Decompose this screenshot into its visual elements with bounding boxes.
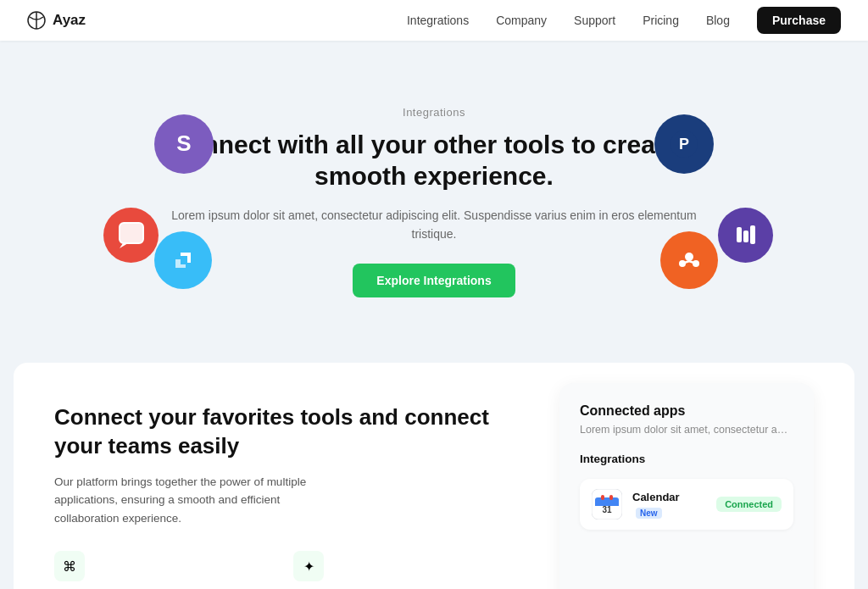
svg-rect-4 <box>120 223 143 243</box>
integrations-grid: S P <box>53 106 815 298</box>
connected-apps-panel: Connected apps Lorem ipsum dolor sit ame… <box>559 383 814 589</box>
integrations-eyebrow: Integrations <box>154 106 714 119</box>
svg-text:31: 31 <box>602 505 612 514</box>
feature-unified: ⌘ Unified and secure Discover the best o… <box>54 551 280 589</box>
bottom-title: Connect your favorites tools and connect… <box>54 403 519 461</box>
purchase-button[interactable]: Purchase <box>757 7 841 34</box>
calendar-app-item[interactable]: 31 Calendar New Connected <box>580 479 793 530</box>
bottom-left-content: Connect your favorites tools and connect… <box>54 403 519 589</box>
nav-company[interactable]: Company <box>496 14 547 27</box>
calendar-connected-badge: Connected <box>716 497 782 512</box>
logo-icon <box>27 11 46 30</box>
svg-rect-6 <box>737 227 742 242</box>
svg-text:P: P <box>679 136 689 153</box>
nav-pricing[interactable]: Pricing <box>643 14 679 27</box>
bottom-section: Connect your favorites tools and connect… <box>14 363 854 589</box>
logo-text: Ayaz <box>53 12 86 29</box>
milanote-icon <box>718 208 773 263</box>
panel-description: Lorem ipsum dolor sit amet, consectetur … <box>580 424 793 436</box>
bottom-description: Our platform brings together the power o… <box>54 473 342 528</box>
nav-blog[interactable]: Blog <box>706 14 730 27</box>
calendar-app-name: Calendar <box>632 491 680 503</box>
chat-icon <box>103 208 159 263</box>
nav-links: Integrations Company Support Pricing Blo… <box>407 14 730 27</box>
calendar-app-icon: 31 <box>592 489 622 520</box>
integrations-description: Lorem ipsum dolor sit amet, consectetur … <box>154 206 714 244</box>
svg-rect-21 <box>601 495 604 500</box>
svg-marker-10 <box>175 259 186 268</box>
svg-rect-22 <box>609 495 613 500</box>
integrations-title: Connect with all your other tools to cre… <box>154 129 714 192</box>
unified-icon: ⌘ <box>54 551 85 581</box>
panel-integrations-label: Integrations <box>580 453 793 465</box>
costs-icon: ✦ <box>293 551 324 581</box>
page: S P <box>0 41 868 589</box>
svg-point-11 <box>685 253 693 261</box>
feature-costs: ✦ No additional costs We showcase differ… <box>293 551 519 589</box>
calendar-app-info: Calendar New <box>632 489 706 520</box>
stripe-icon: S <box>154 114 214 174</box>
panel-title: Connected apps <box>580 403 793 419</box>
paypal-icon: P <box>654 114 714 174</box>
nav-support[interactable]: Support <box>574 14 615 27</box>
feature-grid: ⌘ Unified and secure Discover the best o… <box>54 551 519 589</box>
wise-icon <box>154 231 212 289</box>
calendar-new-badge: New <box>636 508 662 519</box>
navbar: Ayaz Integrations Company Support Pricin… <box>0 0 868 41</box>
logo[interactable]: Ayaz <box>27 11 86 30</box>
integrations-section: S P <box>0 41 868 363</box>
svg-rect-7 <box>743 231 748 242</box>
svg-rect-8 <box>750 225 755 244</box>
hubspot-icon <box>660 231 718 289</box>
nav-integrations[interactable]: Integrations <box>407 14 469 27</box>
explore-integrations-button[interactable]: Explore Integrations <box>353 264 515 297</box>
